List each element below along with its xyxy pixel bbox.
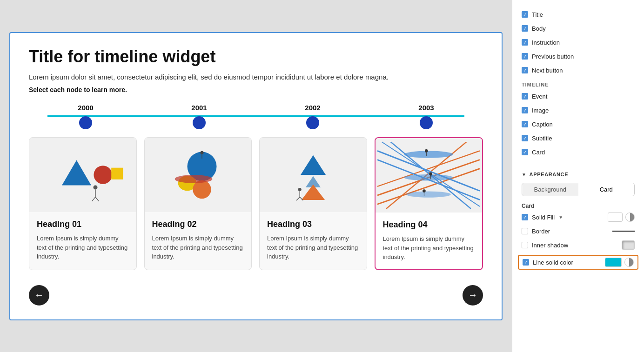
line-color-opacity-btn[interactable] xyxy=(624,258,634,267)
tab-background[interactable]: Background xyxy=(522,183,578,196)
label-border: Border xyxy=(532,228,550,235)
card-3[interactable]: Heading 03 Lorem Ipsum is simply dummy t… xyxy=(259,137,367,270)
svg-marker-15 xyxy=(302,185,325,200)
label-line-solid-color: Line solid color xyxy=(533,259,573,266)
label-instruction: Instruction xyxy=(532,39,560,46)
line-color-left: ✓ Line solid color xyxy=(523,259,573,266)
card-1[interactable]: Heading 01 Lorem Ipsum is simply dummy t… xyxy=(29,137,137,270)
inner-shadow-preview[interactable] xyxy=(622,240,635,250)
solid-fill-dropdown-icon[interactable]: ▼ xyxy=(558,215,563,220)
tab-switcher: Background Card xyxy=(522,183,635,196)
checkbox-caption[interactable]: ✓ xyxy=(522,121,528,127)
svg-point-28 xyxy=(404,151,453,158)
checkbox-image[interactable]: ✓ xyxy=(522,107,528,113)
panel-row-body: ✓ Body xyxy=(512,21,644,35)
checkbox-solid-fill[interactable]: ✓ xyxy=(522,214,528,220)
half-circle-opacity-btn[interactable] xyxy=(625,213,635,222)
label-next-button: Next button xyxy=(532,67,563,74)
card-text-2: Lorem Ipsum is simply dummy text of the … xyxy=(152,234,244,261)
cards-row: Heading 01 Lorem Ipsum is simply dummy t… xyxy=(29,137,483,270)
timeline-dot-2[interactable] xyxy=(193,116,206,129)
checkbox-line-color[interactable]: ✓ xyxy=(523,259,529,266)
timeline-event-2[interactable]: 2001 xyxy=(191,104,207,129)
panel-row-next-btn: ✓ Next button xyxy=(512,63,644,77)
timeline-dot-4[interactable] xyxy=(420,116,433,129)
label-event: Event xyxy=(532,93,547,100)
label-body: Body xyxy=(532,25,546,32)
svg-point-30 xyxy=(406,191,451,197)
border-left: Border xyxy=(522,228,550,235)
solid-fill-control xyxy=(608,213,635,222)
solid-fill-left: ✓ Solid Fill ▼ xyxy=(522,214,563,221)
svg-line-18 xyxy=(296,197,300,200)
svg-marker-0 xyxy=(62,160,91,186)
timeline-year-1: 2000 xyxy=(78,104,93,112)
checkbox-event[interactable]: ✓ xyxy=(522,93,528,100)
checkbox-subtitle[interactable]: ✓ xyxy=(522,135,528,141)
label-solid-fill: Solid Fill xyxy=(532,214,555,221)
timeline-dot-3[interactable] xyxy=(306,116,319,129)
timeline: 2000 2001 2002 2003 xyxy=(29,105,483,128)
widget-body: Lorem ipsum dolor sit amet, consectetur … xyxy=(29,72,483,83)
inner-shadow-control xyxy=(622,240,635,250)
checkbox-card[interactable]: ✓ xyxy=(522,149,528,155)
label-title: Title xyxy=(532,11,543,18)
widget-instruction: Select each node to learn more. xyxy=(29,86,483,93)
svg-point-31 xyxy=(425,149,428,153)
checkbox-inner-shadow[interactable] xyxy=(522,242,528,248)
panel-row-image: ✓ Image xyxy=(512,103,644,117)
color-swatch-solid-fill[interactable] xyxy=(608,213,623,222)
appearance-label: APPEARANCE xyxy=(530,172,569,177)
tab-card[interactable]: Card xyxy=(578,183,635,196)
checkbox-instruction[interactable]: ✓ xyxy=(522,39,528,46)
timeline-section-header: TIMELINE xyxy=(512,77,644,89)
timeline-events: 2000 2001 2002 2003 xyxy=(29,104,483,129)
card-4[interactable]: Heading 04 Lorem Ipsum is simply dummy t… xyxy=(375,137,483,270)
border-line-preview[interactable] xyxy=(612,231,635,232)
svg-point-29 xyxy=(404,174,453,180)
panel-row-line-solid-color: ✓ Line solid color xyxy=(518,255,638,270)
card-heading-4: Heading 04 xyxy=(383,220,475,230)
line-color-swatch[interactable] xyxy=(605,258,622,267)
next-button[interactable]: → xyxy=(463,285,483,306)
checkbox-prev-button[interactable]: ✓ xyxy=(522,53,528,60)
label-inner-shadow: Inner shadow xyxy=(532,242,568,249)
checkbox-border[interactable] xyxy=(522,228,528,234)
inner-shadow-left: Inner shadow xyxy=(522,242,568,249)
timeline-event-3[interactable]: 2002 xyxy=(305,104,320,129)
svg-point-16 xyxy=(298,188,301,191)
timeline-year-2: 2001 xyxy=(191,104,207,112)
panel-row-caption: ✓ Caption xyxy=(512,117,644,131)
svg-line-6 xyxy=(95,197,99,201)
card-image-1 xyxy=(29,138,136,212)
prev-button[interactable]: ← xyxy=(29,285,49,306)
svg-point-35 xyxy=(423,189,426,193)
card-2[interactable]: Heading 02 Lorem Ipsum is simply dummy t… xyxy=(144,137,252,270)
timeline-year-3: 2002 xyxy=(305,104,320,112)
svg-marker-13 xyxy=(301,155,326,175)
svg-point-3 xyxy=(93,186,97,190)
checkbox-body[interactable]: ✓ xyxy=(522,25,528,32)
timeline-dot-1[interactable] xyxy=(79,116,92,129)
label-subtitle: Subtitle xyxy=(532,135,552,142)
card-section-label: Card xyxy=(512,201,644,210)
panel-row-inner-shadow: Inner shadow xyxy=(512,238,644,252)
panel-row-title: ✓ Title xyxy=(512,7,644,21)
checkbox-next-button[interactable]: ✓ xyxy=(522,67,528,73)
chevron-down-icon[interactable]: ▼ xyxy=(522,172,527,177)
card-text-4: Lorem Ipsum is simply dummy text of the … xyxy=(383,234,475,262)
label-image: Image xyxy=(532,107,549,114)
card-content-3: Heading 03 Lorem Ipsum is simply dummy t… xyxy=(260,212,367,269)
card-text-3: Lorem Ipsum is simply dummy text of the … xyxy=(267,234,359,261)
widget-title: Title for timeline widget xyxy=(29,47,483,66)
card-heading-3: Heading 03 xyxy=(267,219,359,229)
card-image-4 xyxy=(376,138,483,213)
checkbox-title[interactable]: ✓ xyxy=(522,11,528,18)
border-control xyxy=(612,231,635,232)
timeline-event-4[interactable]: 2003 xyxy=(418,104,434,129)
nav-buttons: ← → xyxy=(29,285,483,306)
card-image-2 xyxy=(145,138,252,212)
panel-row-prev-btn: ✓ Previous button xyxy=(512,49,644,63)
canvas-area: Title for timeline widget Lorem ipsum do… xyxy=(0,0,512,352)
timeline-event-1[interactable]: 2000 xyxy=(78,104,93,129)
